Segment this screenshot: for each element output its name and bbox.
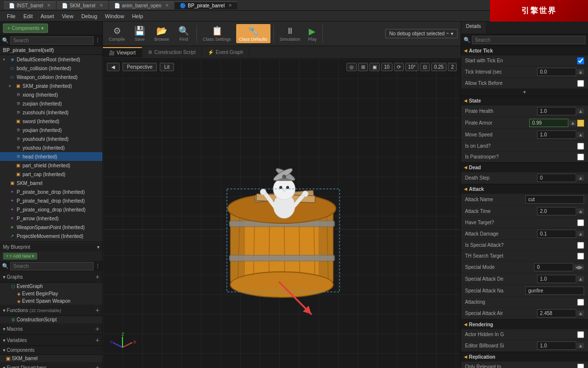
menu-asset[interactable]: Asset: [37, 12, 58, 20]
is-special-attack-checkbox[interactable]: [577, 242, 584, 249]
actor-tick-header[interactable]: ◀ Actor Tick: [461, 46, 588, 55]
tree-item-body-collision[interactable]: ⬭ body_collision (Inherited): [0, 64, 102, 73]
death-step-input[interactable]: [537, 174, 576, 182]
death-step-spin[interactable]: ▲: [577, 175, 584, 181]
macros-section-header[interactable]: ▾ Macros +: [0, 323, 102, 335]
is-on-land-checkbox[interactable]: [577, 143, 584, 150]
vt-btn-angle-val[interactable]: 10°: [405, 63, 418, 71]
pirate-armor-spin[interactable]: ▲: [569, 120, 576, 126]
compile-button[interactable]: ⚙ Compile: [106, 24, 128, 43]
close-icon[interactable]: ✕: [99, 3, 103, 8]
tree-item-weapon-spawn[interactable]: ➤ WeaponSpawnPoint (Inherited): [0, 223, 102, 232]
vt-btn-scale[interactable]: ⊡: [420, 63, 430, 71]
lit-button[interactable]: Lit: [160, 63, 174, 71]
vt-btn-scale-val[interactable]: 0.25: [431, 63, 446, 71]
move-speed-spin[interactable]: ▲: [577, 132, 584, 137]
title-tab-anim-barrel[interactable]: 📄anim_barrel_open ✕: [109, 1, 174, 9]
tree-item-youshou[interactable]: 𝔅 youshou (Inherited): [0, 143, 102, 152]
special-mode-spin[interactable]: ◀▶: [574, 264, 584, 270]
my-blueprint-header[interactable]: My Blueprint ▾: [0, 243, 102, 251]
tree-item-p-bone-drop[interactable]: ✦ P_pirate_bone_drop (Inherited): [0, 187, 102, 196]
attack-time-input[interactable]: [537, 207, 576, 215]
tree-item-youshoubi[interactable]: 𝔅 youshouhi (Inherited): [0, 134, 102, 143]
add-component-button[interactable]: + Components ▾: [3, 24, 48, 33]
attack-damage-input[interactable]: [537, 230, 576, 238]
special-attack-na-input[interactable]: [525, 287, 584, 295]
actor-hidden-checkbox[interactable]: [577, 331, 584, 338]
tree-item-zuoshoubi[interactable]: 𝔅 zuoshouhi (Inherited): [0, 108, 102, 117]
add-dispatcher-icon[interactable]: +: [96, 364, 99, 368]
viewport[interactable]: ◀ Perspective Lit ◎ ⊞ ▣ 10 ⟳ 10°: [103, 59, 461, 368]
rendering-section-header[interactable]: ◀ Rendering: [461, 320, 588, 329]
event-spawn-weapon-item[interactable]: ◈ Event Spawn Weapon: [0, 297, 102, 305]
attack-time-spin[interactable]: ▲: [577, 209, 584, 214]
special-attack-air-spin[interactable]: ▲: [577, 311, 584, 316]
tree-item-xiong[interactable]: 𝔅 xiong (Inherited): [0, 90, 102, 99]
class-settings-button[interactable]: 📋 Class Settings: [200, 24, 234, 43]
special-attack-de-spin[interactable]: ▲: [577, 276, 584, 282]
tree-item-sword[interactable]: ▣ sword (Inherited): [0, 117, 102, 126]
event-graph-item[interactable]: ⬡ EventGraph: [0, 283, 102, 290]
have-target-checkbox[interactable]: [577, 219, 584, 226]
simulation-button[interactable]: ⏸ Simulation: [277, 25, 303, 43]
event-dispatchers-section-header[interactable]: ▾ Event Dispatchers +: [0, 362, 102, 368]
skm-barrel-comp-item[interactable]: ▣ SKM_barrel: [0, 355, 102, 362]
move-speed-input[interactable]: [537, 131, 576, 139]
th-search-target-checkbox[interactable]: [577, 253, 584, 260]
menu-view[interactable]: View: [58, 12, 77, 20]
perspective-button[interactable]: Perspective: [122, 63, 157, 71]
pirate-health-spin[interactable]: ▲: [577, 108, 584, 114]
state-section-header[interactable]: ◀ State: [461, 96, 588, 105]
tree-item-youjian[interactable]: 𝔅 youjian (Inherited): [0, 126, 102, 134]
construction-script-item[interactable]: ⚙ ConstructionScript: [0, 316, 102, 323]
blueprint-search-input[interactable]: [10, 262, 94, 270]
tree-item-skm-barrel[interactable]: ▣ SKM_barrel: [0, 179, 102, 187]
start-tick-checkbox[interactable]: [577, 57, 584, 64]
close-icon[interactable]: ✕: [165, 3, 169, 8]
right-panel-search-input[interactable]: [472, 36, 586, 44]
prev-nav-button[interactable]: ◀: [107, 63, 120, 71]
tick-interval-spin-up[interactable]: ▲: [577, 69, 584, 75]
dead-section-header[interactable]: ◀ Dead: [461, 163, 588, 172]
tab-event-graph[interactable]: ⚡ Event Graph: [202, 48, 249, 57]
add-new-button[interactable]: + + Add New ▾: [3, 253, 37, 260]
is-paratrooper-checkbox[interactable]: [577, 154, 584, 160]
pirate-armor-input[interactable]: [529, 119, 568, 127]
tree-item-p-head-drop[interactable]: ✦ P_pirate_head_drop (Inherited): [0, 196, 102, 205]
add-graph-icon[interactable]: +: [96, 273, 99, 281]
tree-item-zuojian[interactable]: 𝔅 zuojian (Inherited): [0, 99, 102, 108]
tree-item-head[interactable]: 𝔅 head (Inherited): [0, 152, 102, 161]
allow-tick-checkbox[interactable]: [577, 80, 584, 87]
search-options-icon[interactable]: ⋮: [95, 37, 100, 44]
vt-btn-angle[interactable]: ⟳: [394, 63, 404, 71]
tree-item-skm-pirate[interactable]: ▾ ▣ SKM_pirate (Inherited): [0, 81, 102, 90]
vt-btn-grid-val[interactable]: 10: [381, 63, 392, 71]
class-defaults-button[interactable]: 🔧 Class Defaults: [236, 24, 270, 43]
save-button[interactable]: 💾 Save: [130, 24, 149, 43]
tree-item-p-arrow[interactable]: ✦ P_arrow (Inherited): [0, 214, 102, 223]
event-begin-play-item[interactable]: ◈ Event BeginPlay: [0, 290, 102, 297]
menu-file[interactable]: File: [3, 12, 20, 20]
search-options-icon[interactable]: ⋮: [95, 263, 100, 269]
close-icon[interactable]: ✕: [228, 3, 232, 8]
title-tab-skm-barrel[interactable]: 📄SKM_barrel ✕: [57, 1, 108, 9]
special-mode-input[interactable]: [534, 263, 573, 271]
vt-btn-num[interactable]: 2: [448, 63, 457, 71]
tree-item-part-shield[interactable]: ▣ part_shield (Inherited): [0, 161, 102, 170]
tab-construction-script[interactable]: ⚙ Construction Script: [142, 48, 202, 57]
graphs-section-header[interactable]: ▾ Graphs +: [0, 271, 102, 283]
only-relevant-checkbox[interactable]: [577, 364, 584, 368]
menu-debug[interactable]: Debug: [77, 12, 101, 20]
attack-name-input[interactable]: [525, 195, 584, 204]
title-tab-bp-pirate-barrel[interactable]: 🔵BP_pirate_barrel ✕: [175, 1, 237, 9]
add-variable-icon[interactable]: +: [96, 336, 99, 344]
tick-interval-input[interactable]: [537, 68, 576, 76]
vt-btn-2[interactable]: ⊞: [358, 63, 368, 71]
tree-item-weapon-collsion[interactable]: ⬭ Weapon_collsion (Inherited): [0, 73, 102, 81]
menu-edit[interactable]: Edit: [20, 12, 37, 20]
find-button[interactable]: 🔍 Find: [174, 24, 194, 43]
vt-btn-3[interactable]: ▣: [369, 63, 380, 71]
attack-damage-spin[interactable]: ▲: [577, 231, 584, 237]
components-search-input[interactable]: [10, 36, 94, 45]
add-macro-icon[interactable]: +: [96, 325, 99, 333]
